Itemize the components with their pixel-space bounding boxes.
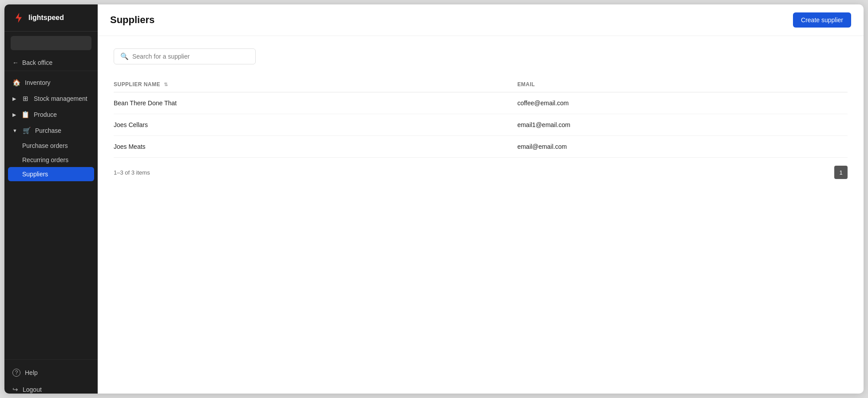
supplier-name-col-label: SUPPLIER NAME [114, 81, 160, 88]
chevron-right-icon: ▶ [12, 96, 16, 102]
supplier-name-cell: Joes Cellars [114, 114, 517, 136]
pagination-page-1[interactable]: 1 [834, 166, 848, 179]
grid-icon: ⊞ [21, 95, 29, 103]
help-label: Help [25, 369, 38, 376]
column-header-name[interactable]: SUPPLIER NAME ⇅ [114, 78, 517, 92]
logo-text: lightspeed [28, 14, 64, 22]
sidebar: lightspeed ← Back office 🏠 Inventory ▶ ⊞… [4, 4, 98, 394]
table-row[interactable]: Joes Cellars email1@email.com [114, 114, 848, 136]
content-area: 🔍 SUPPLIER NAME ⇅ EMAIL [98, 36, 864, 394]
sidebar-item-inventory[interactable]: 🏠 Inventory [4, 75, 98, 91]
sidebar-item-label-stock: Stock management [34, 95, 87, 102]
sidebar-footer: ? Help ↪ Logout [4, 359, 98, 394]
supplier-email-cell: coffee@email.com [517, 92, 848, 114]
sidebar-item-label-purchase: Purchase [35, 127, 61, 134]
chevron-down-icon: ▼ [12, 128, 17, 133]
back-arrow-icon: ← [12, 59, 19, 66]
supplier-email-cell: email@email.com [517, 136, 848, 158]
sidebar-item-purchase[interactable]: ▼ 🛒 Purchase [4, 123, 98, 139]
topbar: Suppliers Create supplier [98, 4, 864, 36]
pagination-summary: 1–3 of 3 items [114, 169, 150, 176]
back-office-button[interactable]: ← Back office [4, 55, 98, 71]
page-title: Suppliers [110, 14, 155, 26]
supplier-email-cell: email1@email.com [517, 114, 848, 136]
pagination: 1–3 of 3 items 1 [114, 166, 848, 179]
search-icon: 🔍 [120, 52, 129, 60]
logo-icon [12, 12, 25, 24]
search-input[interactable] [132, 53, 249, 60]
sort-icon-name: ⇅ [164, 82, 168, 87]
home-icon: 🏠 [12, 79, 20, 87]
cart-icon: 🛒 [23, 127, 31, 135]
logout-icon: ↪ [12, 386, 18, 394]
sidebar-item-stock-management[interactable]: ▶ ⊞ Stock management [4, 91, 98, 107]
back-office-label: Back office [22, 59, 52, 66]
chevron-right-icon-2: ▶ [12, 112, 16, 118]
sidebar-search-box [11, 36, 91, 50]
sidebar-item-suppliers[interactable]: Suppliers [8, 167, 94, 181]
suppliers-label: Suppliers [22, 171, 48, 178]
search-bar[interactable]: 🔍 [114, 48, 256, 64]
sidebar-nav: 🏠 Inventory ▶ ⊞ Stock management ▶ 📋 Pro… [4, 71, 98, 359]
supplier-name-cell: Joes Meats [114, 136, 517, 158]
sidebar-item-label-produce: Produce [34, 111, 57, 118]
sidebar-item-purchase-orders[interactable]: Purchase orders [4, 139, 98, 153]
logo: lightspeed [4, 4, 98, 32]
table-row[interactable]: Bean There Done That coffee@email.com [114, 92, 848, 114]
logout-button[interactable]: ↪ Logout [4, 381, 98, 394]
sidebar-item-label-inventory: Inventory [25, 79, 51, 86]
doc-icon: 📋 [21, 111, 29, 119]
purchase-orders-label: Purchase orders [22, 142, 68, 149]
suppliers-table: SUPPLIER NAME ⇅ EMAIL Bean There Done Th… [114, 78, 848, 158]
recurring-orders-label: Recurring orders [22, 156, 68, 163]
sidebar-item-produce[interactable]: ▶ 📋 Produce [4, 107, 98, 123]
email-col-label: EMAIL [517, 81, 535, 88]
sidebar-item-recurring-orders[interactable]: Recurring orders [4, 153, 98, 167]
help-button[interactable]: ? Help [4, 364, 98, 381]
main-content: Suppliers Create supplier 🔍 SUPPLIER NAM… [98, 4, 864, 394]
logout-label: Logout [23, 386, 42, 393]
help-icon: ? [12, 369, 20, 377]
column-header-email: EMAIL [517, 78, 848, 92]
supplier-name-cell: Bean There Done That [114, 92, 517, 114]
table-row[interactable]: Joes Meats email@email.com [114, 136, 848, 158]
create-supplier-button[interactable]: Create supplier [793, 12, 851, 28]
